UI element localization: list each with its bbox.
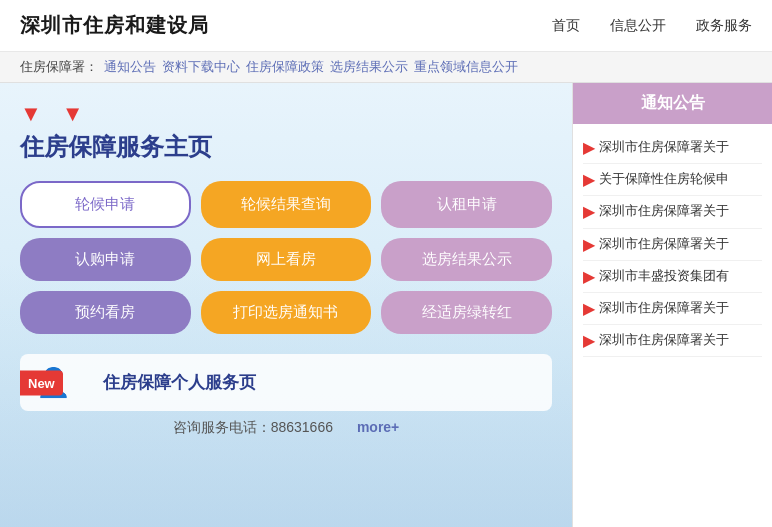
hotline-section: 咨询服务电话：88631666 more+	[0, 411, 572, 437]
breadcrumb-link-3[interactable]: 选房结果公示	[330, 58, 408, 76]
bullet-icon: ▶	[583, 299, 595, 318]
list-item[interactable]: ▶ 深圳市住房保障署关于	[583, 229, 762, 261]
sidebar-link-2[interactable]: 深圳市住房保障署关于	[599, 202, 729, 220]
personal-service-section[interactable]: New 👤 住房保障个人服务页	[20, 354, 552, 411]
btn-rent-apply[interactable]: 认租申请	[381, 181, 552, 228]
content-area: ▼ ▼ 住房保障服务主页 轮候申请 轮候结果查询 认租申请 认购申请 网上看房 …	[0, 83, 572, 527]
list-item[interactable]: ▶ 深圳市丰盛投资集团有	[583, 261, 762, 293]
btn-print-notice[interactable]: 打印选房通知书	[201, 291, 372, 334]
list-item[interactable]: ▶ 关于保障性住房轮候申	[583, 164, 762, 196]
list-item[interactable]: ▶ 深圳市住房保障署关于	[583, 325, 762, 357]
sidebar-title: 通知公告	[573, 83, 772, 124]
list-item[interactable]: ▶ 深圳市住房保障署关于	[583, 293, 762, 325]
bullet-icon: ▶	[583, 170, 595, 189]
page-title: 住房保障服务主页	[20, 131, 552, 163]
hotline-more[interactable]: more+	[357, 419, 399, 435]
btn-purchase-apply[interactable]: 认购申请	[20, 238, 191, 281]
breadcrumb: 住房保障署： 通知公告 资料下载中心 住房保障政策 选房结果公示 重点领域信息公…	[0, 52, 772, 83]
site-logo: 深圳市住房和建设局	[20, 12, 209, 39]
breadcrumb-link-1[interactable]: 资料下载中心	[162, 58, 240, 76]
arrow-icon-2: ▼	[62, 101, 84, 127]
breadcrumb-link-4[interactable]: 重点领域信息公开	[414, 58, 518, 76]
btn-green-to-red[interactable]: 经适房绿转红	[381, 291, 552, 334]
main-layout: ▼ ▼ 住房保障服务主页 轮候申请 轮候结果查询 认租申请 认购申请 网上看房 …	[0, 83, 772, 527]
breadcrumb-prefix: 住房保障署：	[20, 58, 98, 76]
btn-lottery-query[interactable]: 轮候结果查询	[201, 181, 372, 228]
bullet-icon: ▶	[583, 267, 595, 286]
breadcrumb-link-2[interactable]: 住房保障政策	[246, 58, 324, 76]
bullet-icon: ▶	[583, 235, 595, 254]
nav-home[interactable]: 首页	[552, 17, 580, 35]
btn-selection-result[interactable]: 选房结果公示	[381, 238, 552, 281]
nav-service[interactable]: 政务服务	[696, 17, 752, 35]
arrow-icon-1: ▼	[20, 101, 42, 127]
sidebar-link-0[interactable]: 深圳市住房保障署关于	[599, 138, 729, 156]
breadcrumb-link-0[interactable]: 通知公告	[104, 58, 156, 76]
sidebar: 通知公告 ▶ 深圳市住房保障署关于 ▶ 关于保障性住房轮候申 ▶ 深圳市住房保障…	[572, 83, 772, 527]
bullet-icon: ▶	[583, 331, 595, 350]
list-item[interactable]: ▶ 深圳市住房保障署关于	[583, 132, 762, 164]
sidebar-link-1[interactable]: 关于保障性住房轮候申	[599, 170, 729, 188]
sidebar-link-6[interactable]: 深圳市住房保障署关于	[599, 331, 729, 349]
sidebar-link-5[interactable]: 深圳市住房保障署关于	[599, 299, 729, 317]
sidebar-link-4[interactable]: 深圳市丰盛投资集团有	[599, 267, 729, 285]
page-header: 深圳市住房和建设局 首页 信息公开 政务服务	[0, 0, 772, 52]
bullet-icon: ▶	[583, 202, 595, 221]
sidebar-items: ▶ 深圳市住房保障署关于 ▶ 关于保障性住房轮候申 ▶ 深圳市住房保障署关于 ▶…	[573, 124, 772, 527]
btn-lottery-apply[interactable]: 轮候申请	[20, 181, 191, 228]
service-buttons-grid: 轮候申请 轮候结果查询 认租申请 认购申请 网上看房 选房结果公示 预约看房 打…	[0, 173, 572, 344]
main-nav: 首页 信息公开 政务服务	[552, 17, 752, 35]
nav-info[interactable]: 信息公开	[610, 17, 666, 35]
btn-book-view[interactable]: 预约看房	[20, 291, 191, 334]
bullet-icon: ▶	[583, 138, 595, 157]
hotline-label: 咨询服务电话：88631666	[173, 419, 333, 435]
btn-online-view[interactable]: 网上看房	[201, 238, 372, 281]
personal-service-title: 住房保障个人服务页	[103, 371, 256, 394]
arrow-decorations: ▼ ▼	[20, 101, 552, 127]
list-item[interactable]: ▶ 深圳市住房保障署关于	[583, 196, 762, 228]
new-badge: New	[20, 370, 63, 395]
page-title-area: ▼ ▼ 住房保障服务主页	[0, 83, 572, 173]
sidebar-link-3[interactable]: 深圳市住房保障署关于	[599, 235, 729, 253]
